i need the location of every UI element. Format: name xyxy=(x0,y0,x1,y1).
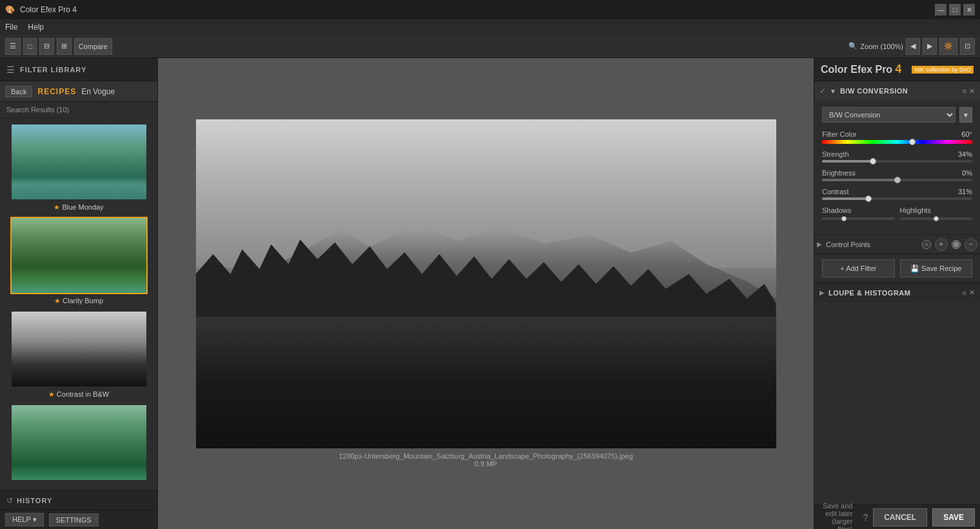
right-panel: Color Efex Pro 4 NIK collection by DxO ✓… xyxy=(814,58,980,529)
close-button[interactable]: ✕ xyxy=(963,4,975,15)
app-version: 4 xyxy=(895,63,901,76)
compare-button[interactable]: Compare xyxy=(74,38,112,55)
list-item[interactable]: ★ Blue Monday xyxy=(5,123,152,212)
zoom-left-button[interactable]: ◀ xyxy=(906,38,920,55)
display-btn2[interactable]: ⊡ xyxy=(960,38,975,55)
loupe-close-icon[interactable]: ✕ xyxy=(969,288,975,297)
section-icons: ≡ ✕ xyxy=(963,87,975,95)
titlebar: 🎨 Color Efex Pro 4 — □ ✕ xyxy=(0,0,980,19)
highlights-label: Highlights xyxy=(900,206,973,214)
panel-toggle-button[interactable]: ☰ xyxy=(5,38,21,55)
history-label: HISTORY xyxy=(17,497,52,504)
brightness-track[interactable] xyxy=(822,179,972,181)
loupe-settings-icon[interactable]: ≡ xyxy=(963,289,966,297)
view-single-button[interactable]: □ xyxy=(23,38,37,55)
strength-thumb[interactable] xyxy=(870,158,876,165)
add-filter-button[interactable]: + Add Filter xyxy=(822,259,895,277)
maximize-button[interactable]: □ xyxy=(949,4,961,15)
contrast-label: Contrast xyxy=(822,188,849,195)
filter-color-thumb[interactable] xyxy=(909,139,916,145)
highlights-track[interactable] xyxy=(900,217,973,220)
filter-name: ★ Contrast in B&W xyxy=(48,390,109,399)
zoom-label: Zoom (100%) xyxy=(860,43,903,50)
filter-thumbnail xyxy=(10,123,148,201)
list-item[interactable] xyxy=(5,404,152,484)
bottom-bar: HELP ▾ SETTINGS xyxy=(0,510,157,529)
cancel-button[interactable]: CANCEL xyxy=(873,508,927,526)
search-results-label: Search Results (10) xyxy=(0,102,157,118)
section-expand-icon: ▼ xyxy=(830,88,836,95)
zoom-control: 🔍 Zoom (100%) ◀ ▶ xyxy=(848,38,937,55)
brightness-value: 0% xyxy=(962,169,972,177)
bw-conversion-arrow[interactable]: ▼ xyxy=(959,107,972,123)
section-close-icon[interactable]: ✕ xyxy=(969,87,975,95)
save-button[interactable]: SAVE xyxy=(932,508,975,526)
strength-track[interactable] xyxy=(822,160,972,163)
brightness-label-row: Brightness 0% xyxy=(822,169,972,177)
settings-button[interactable]: SETTINGS xyxy=(49,514,99,526)
list-item[interactable]: ★ Clarity Bump xyxy=(5,217,152,305)
menu-help[interactable]: Help xyxy=(28,23,44,32)
contrast-row: Contrast 31% xyxy=(822,188,972,200)
view-split-h-button[interactable]: ⊟ xyxy=(39,38,54,55)
view-split-v-button[interactable]: ⊞ xyxy=(57,38,72,55)
bw-conversion-section-header[interactable]: ✓ ▼ B/W CONVERSION ≡ ✕ xyxy=(814,81,980,101)
cp-remove-button[interactable]: − xyxy=(965,238,977,251)
filter-color-track[interactable] xyxy=(822,140,972,144)
display-btn1[interactable]: 🔆 xyxy=(939,38,957,55)
filter-controls: B/W Conversion ▼ Filter Color 60° xyxy=(814,101,980,234)
brightness-fill xyxy=(822,179,897,181)
canvas-area: 1280px-Untersberg_Mountain_Salzburg_Aust… xyxy=(158,58,814,529)
filter-panel: ✓ ▼ B/W CONVERSION ≡ ✕ B/W Conversion ▼ xyxy=(814,81,980,504)
bw-conversion-row: B/W Conversion ▼ xyxy=(822,107,972,123)
contrast-label-row: Contrast 31% xyxy=(822,188,972,195)
loupe-title: LOUPE & HISTOGRAM xyxy=(828,289,959,297)
loupe-section-header[interactable]: ▶ LOUPE & HISTOGRAM ≡ ✕ xyxy=(814,283,980,302)
right-header: Color Efex Pro 4 NIK collection by DxO xyxy=(814,58,980,81)
shadows-highlights-row: Shadows Highlights xyxy=(822,206,972,221)
main-area: ☰ FILTER LIBRARY Back RECIPES En Vogue S… xyxy=(0,58,980,529)
strength-label: Strength xyxy=(822,150,849,158)
sidebar-header: ☰ FILTER LIBRARY xyxy=(0,58,157,81)
help-button[interactable]: HELP ▾ xyxy=(5,513,44,526)
filter-thumbnail xyxy=(10,310,148,388)
save-edit-text: Save and edit later (larger files) xyxy=(819,502,858,530)
filter-name: ★ Blue Monday xyxy=(54,203,103,212)
filter-list: ★ Blue Monday ★ Clarity Bump ★ Contrast … xyxy=(0,118,157,490)
brightness-thumb[interactable] xyxy=(894,177,901,183)
cp-dot-2 xyxy=(952,240,961,249)
filter-library-icon: ☰ xyxy=(6,65,15,75)
contrast-track[interactable] xyxy=(822,197,972,200)
cp-add-button[interactable]: + xyxy=(935,238,948,251)
shadows-track[interactable] xyxy=(822,217,895,220)
save-recipe-button[interactable]: 💾 Save Recipe xyxy=(900,259,973,277)
zoom-right-button[interactable]: ▶ xyxy=(923,38,937,55)
main-image xyxy=(196,119,776,448)
help-icon[interactable]: ? xyxy=(863,512,868,523)
filesize: 0.9 MP xyxy=(338,460,632,468)
cp-expand-icon[interactable]: ▶ xyxy=(817,241,822,248)
control-points-row: ▶ Control Points + − xyxy=(814,234,980,254)
contrast-thumb[interactable] xyxy=(865,195,872,202)
highlights-thumb[interactable] xyxy=(934,216,939,221)
list-item[interactable]: ★ Contrast in B&W xyxy=(5,310,152,399)
shadows-label: Shadows xyxy=(822,206,895,214)
titlebar-left: 🎨 Color Efex Pro 4 xyxy=(5,5,77,14)
back-button[interactable]: Back xyxy=(5,86,32,97)
filter-color-value: 60° xyxy=(961,130,972,138)
brightness-label: Brightness xyxy=(822,169,856,177)
bw-conversion-select[interactable]: B/W Conversion xyxy=(822,107,956,123)
minimize-button[interactable]: — xyxy=(935,4,946,15)
titlebar-controls: — □ ✕ xyxy=(935,4,975,15)
highlights-col: Highlights xyxy=(900,206,973,221)
nik-badge: NIK collection by DxO xyxy=(912,66,974,74)
recipes-label: RECIPES xyxy=(37,87,76,96)
filter-color-row: Filter Color 60° xyxy=(822,130,972,144)
sidebar: ☰ FILTER LIBRARY Back RECIPES En Vogue S… xyxy=(0,58,158,529)
shadows-thumb[interactable] xyxy=(841,216,847,221)
section-settings-icon[interactable]: ≡ xyxy=(963,87,966,95)
menu-file[interactable]: File xyxy=(5,23,17,32)
brightness-row: Brightness 0% xyxy=(822,169,972,181)
strength-fill xyxy=(822,160,873,163)
cp-label: Control Points xyxy=(826,241,918,248)
